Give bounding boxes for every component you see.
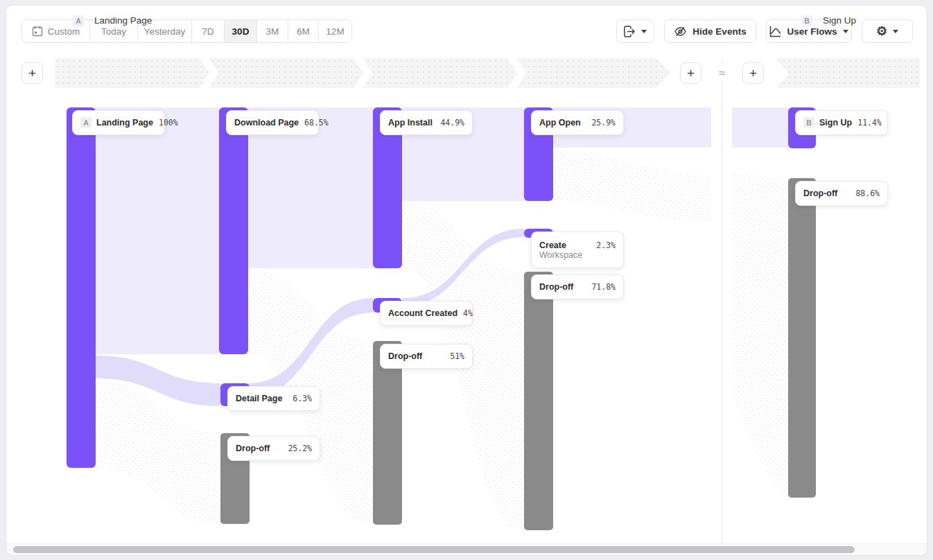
node-percentage: 100% [153, 118, 178, 128]
date-range-control: CustomTodayYesterday7D30D3M6M12M [21, 19, 352, 43]
journey-band-b[interactable] [776, 58, 920, 88]
hide-events-label: Hide Events [692, 26, 746, 37]
add-step-button-left[interactable]: + [21, 62, 43, 84]
date-range-6m[interactable]: 6M [288, 20, 319, 42]
step-badge-a: A [73, 15, 84, 26]
node-percentage: 11.4% [852, 118, 882, 128]
node-percentage: 44.9% [435, 118, 464, 128]
node-percentage: 6.3% [287, 394, 312, 403]
step-name-a: Landing Page [94, 15, 152, 26]
node-name: Sign Up [819, 118, 852, 128]
date-range-7d[interactable]: 7D [192, 20, 225, 42]
node-percentage: 68.5% [299, 118, 329, 128]
journey-label-b: B Sign Up [801, 6, 856, 35]
gear-icon: ⚙ [876, 25, 887, 37]
node-badge-sign_up: B [803, 117, 814, 128]
node-card-app_install[interactable]: App Install44.9% [380, 110, 473, 135]
node-card-dropoff_b[interactable]: Drop-off88.6% [795, 181, 888, 206]
panel-separator-symbol: ≈ [713, 67, 731, 80]
date-range-label: 12M [326, 26, 344, 37]
flow-appopen-dropoff [553, 150, 711, 222]
node-name: App Open [539, 118, 581, 128]
node-card-landing_page[interactable]: ALanding Page100% [72, 110, 165, 135]
node-card-dropoff_col4[interactable]: Drop-off71.8% [531, 274, 624, 299]
user-flows-panel: CustomTodayYesterday7D30D3M6M12M Hide Ev… [6, 5, 927, 556]
node-name: Landing Page [96, 118, 153, 128]
settings-button[interactable]: ⚙ [862, 19, 913, 43]
export-caret-icon [641, 30, 647, 33]
horizontal-scrollbar[interactable] [6, 543, 927, 555]
node-name: Create [539, 240, 566, 250]
hide-events-button[interactable]: Hide Events [664, 19, 756, 43]
node-percentage: 25.9% [586, 118, 616, 128]
export-icon [624, 26, 636, 37]
add-step-button-mid-b[interactable]: + [742, 62, 764, 84]
date-range-label: 6M [297, 26, 310, 37]
node-name: Drop-off [803, 189, 837, 198]
date-range-3m[interactable]: 3M [257, 20, 288, 42]
node-name: Detail Page [236, 394, 282, 403]
flow-panelb-dropoff [732, 173, 788, 498]
node-name: Account Created [388, 308, 457, 318]
node-bar-dropoff_col4[interactable] [524, 272, 553, 530]
node-card-detail_page[interactable]: Detail Page6.3% [227, 386, 320, 411]
node-card-create_workspace[interactable]: Create2.3%Workspace [531, 231, 624, 268]
band-chevron-icon [200, 58, 221, 88]
step-name-b: Sign Up [823, 15, 856, 26]
settings-caret-icon [893, 30, 898, 33]
node-card-sign_up[interactable]: BSign Up11.4% [795, 110, 888, 135]
date-range-30d[interactable]: 30D [225, 20, 257, 42]
calendar-icon [32, 26, 43, 37]
node-card-dropoff_col3[interactable]: Drop-off51% [380, 344, 473, 369]
date-range-label: 3M [266, 26, 279, 37]
node-card-app_open[interactable]: App Open25.9% [531, 110, 624, 135]
journey-label-a: A Landing Page [73, 6, 152, 35]
node-percentage: 2.3% [591, 240, 616, 250]
node-name: App Install [388, 118, 433, 128]
flow-signup-in [732, 107, 788, 148]
node-bar-dropoff_b[interactable] [788, 178, 816, 498]
band-chevron-icon [354, 58, 375, 88]
node-percentage: 25.2% [282, 444, 312, 453]
node-percentage: 51% [444, 351, 464, 361]
node-percentage: 88.6% [850, 189, 880, 198]
flow-landing-download [96, 107, 219, 354]
node-name-line2: Workspace [539, 250, 616, 260]
flows-chart-icon [769, 26, 781, 37]
panel-divider [722, 58, 722, 545]
node-card-account_created[interactable]: Account Created4% [380, 301, 473, 326]
node-card-download_page[interactable]: Download Page68.5% [226, 110, 319, 135]
scrollbar-thumb[interactable] [13, 546, 855, 553]
node-bar-landing_page[interactable] [67, 107, 96, 468]
node-percentage: 71.8% [586, 282, 616, 292]
node-bar-download_page[interactable] [219, 107, 248, 354]
date-range-label: 30D [232, 26, 250, 37]
node-name: Drop-off [388, 351, 422, 361]
add-step-button-mid-a[interactable]: + [680, 62, 701, 84]
node-percentage: 4% [457, 308, 473, 318]
band-chevron-icon [508, 58, 529, 88]
node-name: Drop-off [539, 282, 573, 292]
node-card-dropoff_col2[interactable]: Drop-off25.2% [227, 436, 320, 461]
node-name: Download Page [234, 118, 299, 128]
date-range-12m[interactable]: 12M [319, 20, 351, 42]
step-badge-b: B [801, 15, 812, 26]
eye-off-icon [674, 25, 687, 38]
node-badge-landing_page: A [80, 117, 91, 128]
node-name: Drop-off [236, 444, 270, 453]
date-range-label: 7D [202, 26, 213, 37]
export-button[interactable] [616, 19, 654, 43]
